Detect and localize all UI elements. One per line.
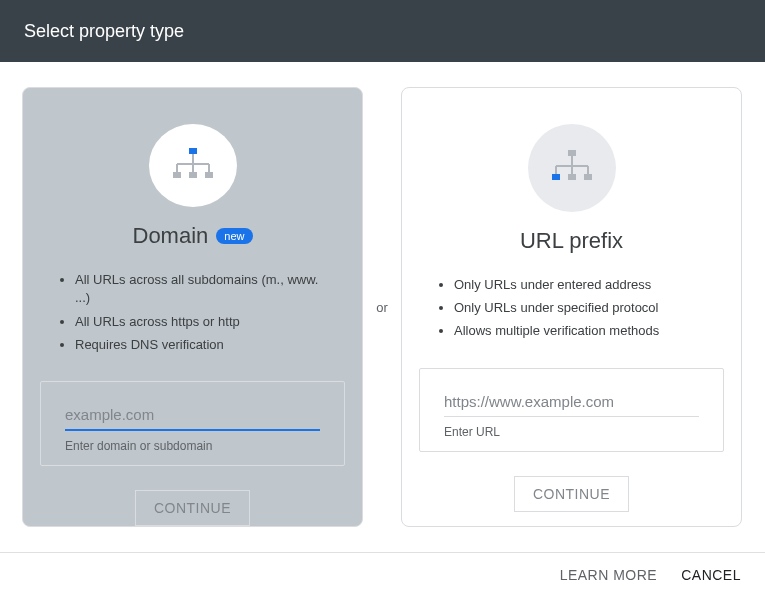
new-badge: new <box>216 228 252 244</box>
url-input-container: Enter URL <box>419 368 724 452</box>
url-input[interactable] <box>444 389 699 417</box>
svg-rect-8 <box>205 172 213 178</box>
cancel-button[interactable]: CANCEL <box>681 567 741 583</box>
url-continue-button[interactable]: CONTINUE <box>514 476 629 512</box>
dialog-content: Domain new All URLs across all subdomain… <box>0 62 765 527</box>
url-card-title: URL prefix <box>520 228 623 254</box>
domain-input-container: Enter domain or subdomain <box>40 381 345 466</box>
url-feature-list: Only URLs under entered address Only URL… <box>402 276 741 346</box>
url-prefix-property-card[interactable]: URL prefix Only URLs under entered addre… <box>401 87 742 527</box>
svg-rect-15 <box>552 174 560 180</box>
svg-rect-0 <box>189 148 197 154</box>
feature-item: Only URLs under entered address <box>454 276 711 294</box>
feature-item: All URLs across all subdomains (m., www.… <box>75 271 332 307</box>
feature-item: Allows multiple verification methods <box>454 322 711 340</box>
feature-item: Requires DNS verification <box>75 336 332 354</box>
url-input-helper: Enter URL <box>444 425 699 439</box>
svg-rect-7 <box>189 172 197 178</box>
domain-card-title: Domain <box>133 223 209 249</box>
domain-input[interactable] <box>65 402 320 431</box>
domain-feature-list: All URLs across all subdomains (m., www.… <box>23 271 362 359</box>
svg-rect-16 <box>568 174 576 180</box>
dialog-header: Select property type <box>0 0 765 62</box>
svg-rect-17 <box>584 174 592 180</box>
svg-rect-6 <box>173 172 181 178</box>
dialog-title: Select property type <box>24 21 184 42</box>
domain-card-title-row: Domain new <box>133 223 253 249</box>
domain-input-helper: Enter domain or subdomain <box>65 439 320 453</box>
url-sitemap-icon <box>528 124 616 212</box>
domain-continue-button[interactable]: CONTINUE <box>135 490 250 526</box>
feature-item: All URLs across https or http <box>75 313 332 331</box>
or-divider: or <box>373 300 391 315</box>
domain-property-card[interactable]: Domain new All URLs across all subdomain… <box>22 87 363 527</box>
domain-sitemap-icon <box>149 124 237 207</box>
svg-rect-9 <box>568 150 576 156</box>
feature-item: Only URLs under specified protocol <box>454 299 711 317</box>
url-card-title-row: URL prefix <box>520 228 623 254</box>
learn-more-button[interactable]: LEARN MORE <box>560 567 658 583</box>
dialog-footer: LEARN MORE CANCEL <box>0 552 765 597</box>
